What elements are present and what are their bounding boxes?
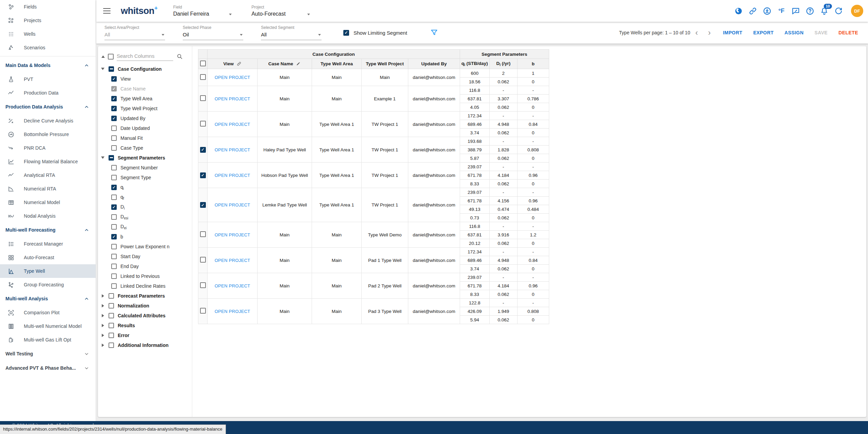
checkbox-row-select[interactable]: [200, 231, 206, 237]
checkbox-segment-type[interactable]: [111, 175, 117, 180]
sidebar-item-decline-curve-analysis[interactable]: Decline Curve Analysis: [0, 114, 96, 128]
checkbox-view[interactable]: [111, 76, 117, 82]
select-all-columns-checkbox[interactable]: [108, 54, 114, 60]
import-button[interactable]: IMPORT: [719, 27, 747, 38]
help-icon[interactable]: [805, 6, 815, 16]
checkbox-segment-number[interactable]: [111, 165, 117, 170]
open-project-link[interactable]: OPEN PROJECT: [215, 122, 250, 127]
filter-icon[interactable]: [430, 28, 439, 37]
page-next-button[interactable]: ›: [703, 29, 716, 37]
sidebar-item-numerical-rta[interactable]: Numerical RTA: [0, 182, 96, 196]
open-project-link[interactable]: OPEN PROJECT: [215, 283, 250, 288]
checkbox-date-updated[interactable]: [111, 126, 117, 131]
sidebar-item-nodal-analysis[interactable]: Nodal Analysis: [0, 209, 96, 223]
whitson-logo[interactable]: whitson+: [121, 5, 158, 16]
open-project-link[interactable]: OPEN PROJECT: [215, 147, 250, 152]
sidebar-item-group-forecasting[interactable]: Group Forecasting: [0, 278, 96, 291]
tree-expand-icon[interactable]: [101, 314, 105, 317]
menu-icon[interactable]: [103, 8, 111, 14]
show-limiting-segment-checkbox[interactable]: [343, 30, 349, 36]
checkbox-additional-information[interactable]: [109, 343, 114, 348]
open-project-link[interactable]: OPEN PROJECT: [215, 75, 250, 80]
open-project-link[interactable]: OPEN PROJECT: [215, 202, 250, 207]
checkbox-d-i[interactable]: [111, 204, 117, 210]
sidebar-item-fields[interactable]: Fields: [0, 0, 96, 14]
sidebar-item-numerical-model[interactable]: Numerical Model: [0, 196, 96, 209]
sidebar-item-auto-forecast[interactable]: Auto-Forecast: [0, 251, 96, 264]
checkbox-results[interactable]: [109, 323, 114, 328]
tree-expand-icon[interactable]: [101, 324, 105, 327]
checkbox-updated-by[interactable]: [111, 116, 117, 121]
refresh-icon[interactable]: [834, 6, 843, 16]
assign-button[interactable]: ASSIGN: [780, 27, 808, 38]
search-columns-input[interactable]: [117, 52, 173, 61]
checkbox-normalization[interactable]: [109, 303, 114, 308]
checkbox-type-well-project[interactable]: [111, 106, 117, 111]
open-project-link[interactable]: OPEN PROJECT: [215, 232, 250, 237]
sidebar-section-production-data-analysis[interactable]: Production Data Analysis: [0, 100, 96, 114]
link-icon[interactable]: [748, 6, 757, 16]
tree-collapse-icon[interactable]: [101, 156, 105, 159]
save-button[interactable]: SAVE: [810, 27, 832, 38]
checkbox-row-select[interactable]: [200, 74, 206, 80]
sidebar-section-multi-well-analysis[interactable]: Multi-well Analysis: [0, 291, 96, 306]
checkbox-q-f[interactable]: [111, 195, 117, 200]
checkbox-row-select[interactable]: [200, 121, 206, 127]
checkbox-end-day[interactable]: [111, 264, 117, 269]
checkbox-manual-fit[interactable]: [111, 135, 117, 141]
checkbox-linked-decline-rates[interactable]: [111, 283, 117, 289]
sidebar-section-advanced-pvt-phase-beha[interactable]: Advanced PVT & Phase Beha...: [0, 361, 96, 375]
sidebar-section-well-testing[interactable]: Well Testing: [0, 347, 96, 361]
download-icon[interactable]: [763, 6, 772, 16]
sidebar-item-bottomhole-pressure[interactable]: Bottomhole Pressure: [0, 128, 96, 141]
open-project-link[interactable]: OPEN PROJECT: [215, 173, 250, 178]
checkbox-power-law-exponent-n[interactable]: [111, 244, 117, 249]
sidebar-item-multi-well-numerical-model[interactable]: Multi-well Numerical Model: [0, 319, 96, 333]
checkbox-type-well-area[interactable]: [111, 96, 117, 101]
checkbox-b[interactable]: [111, 234, 117, 239]
segment-select[interactable]: Selected Segment All: [261, 25, 322, 40]
notifications-icon[interactable]: 10: [820, 6, 829, 16]
checkbox-q-i[interactable]: [111, 185, 117, 190]
tree-collapse-icon[interactable]: [101, 68, 105, 70]
project-select[interactable]: Project Auto-Forecast: [251, 5, 310, 17]
checkbox-case-type[interactable]: [111, 145, 117, 151]
checkbox-segment-parameters[interactable]: [109, 155, 114, 161]
open-project-link[interactable]: OPEN PROJECT: [215, 96, 250, 101]
checkbox-row-select[interactable]: [200, 282, 206, 288]
checkbox-row-select[interactable]: [200, 95, 206, 101]
sidebar-item-pvt[interactable]: PVT: [0, 72, 96, 86]
globe-icon[interactable]: [734, 6, 743, 16]
temperature-unit-icon[interactable]: °F: [777, 6, 786, 16]
checkbox-d-esi[interactable]: [111, 214, 117, 220]
open-project-link[interactable]: OPEN PROJECT: [215, 258, 250, 263]
checkbox-case-name[interactable]: [111, 86, 117, 91]
tree-expand-icon[interactable]: [101, 294, 105, 298]
sidebar-item-flowing-material-balance[interactable]: Flowing Material Balance: [0, 155, 96, 168]
checkbox-case-configuration[interactable]: [109, 66, 114, 72]
checkbox-start-day[interactable]: [111, 254, 117, 259]
sidebar-item-type-well[interactable]: Type Well: [0, 264, 96, 278]
sidebar-item-multi-well-gas-lift-opt[interactable]: Multi-well Gas Lift Opt: [0, 333, 96, 347]
checkbox-calculated-attributes[interactable]: [109, 313, 114, 318]
user-avatar[interactable]: DF: [851, 5, 863, 17]
tree-expand-icon[interactable]: [101, 344, 105, 347]
export-button[interactable]: EXPORT: [749, 27, 778, 38]
sidebar-item-projects[interactable]: Projects: [0, 14, 96, 27]
checkbox-linked-to-previous[interactable]: [111, 273, 117, 279]
checkbox-row-select[interactable]: [200, 257, 206, 263]
checkbox-error[interactable]: [109, 333, 114, 338]
checkbox-row-select[interactable]: [200, 172, 206, 178]
sidebar-item-comparison-plot[interactable]: Comparison Plot: [0, 306, 96, 319]
checkbox-select-all-rows[interactable]: [200, 61, 206, 66]
sidebar-item-wells[interactable]: Wells: [0, 27, 96, 41]
sidebar-item-forecast-manager[interactable]: Forecast Manager: [0, 237, 96, 251]
checkbox-forecast-parameters[interactable]: [109, 293, 114, 299]
checkbox-d-ei[interactable]: [111, 224, 117, 230]
sidebar-item-production-data[interactable]: Production Data: [0, 86, 96, 100]
checkbox-row-select[interactable]: [200, 202, 206, 208]
sidebar-section-main-data-models[interactable]: Main Data & Models: [0, 58, 96, 72]
open-project-link[interactable]: OPEN PROJECT: [215, 309, 250, 314]
sidebar-item-pnr-dca[interactable]: PNR DCA: [0, 141, 96, 155]
feedback-icon[interactable]: [791, 6, 800, 16]
